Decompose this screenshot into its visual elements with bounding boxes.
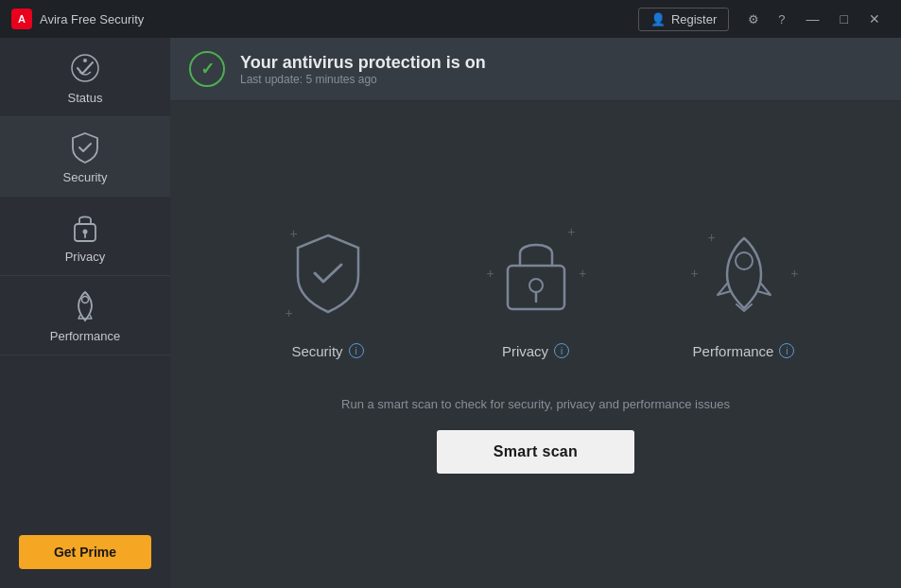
plus-decoration: +: [708, 230, 716, 245]
security-feature-icon-wrap: + +: [271, 216, 385, 330]
scan-description: Run a smart scan to check for security, …: [341, 397, 730, 411]
feature-performance[interactable]: + + +: [668, 216, 820, 359]
feature-security[interactable]: + + Security i: [252, 216, 404, 359]
plus-decoration: +: [487, 266, 494, 281]
feature-privacy[interactable]: + + + Privacy i: [460, 216, 612, 359]
features-area: + + Security i +: [170, 101, 901, 588]
performance-feature-icon-wrap: + + +: [687, 216, 801, 330]
app-body: Status Security Privacy: [0, 38, 901, 588]
title-bar: A Avira Free Security 👤 Register ⚙ ? — □…: [0, 0, 901, 38]
minimize-button[interactable]: —: [797, 8, 829, 30]
security-feature-label: Security i: [291, 343, 363, 359]
security-icon: [68, 130, 102, 164]
status-subtitle: Last update: 5 minutes ago: [240, 73, 486, 86]
svg-text:A: A: [18, 13, 26, 25]
privacy-info-icon[interactable]: i: [554, 343, 569, 358]
status-icon: [68, 51, 102, 85]
plus-decoration: +: [286, 305, 293, 320]
features-row: + + Security i +: [252, 216, 820, 359]
help-button[interactable]: ?: [771, 9, 792, 30]
sidebar-item-security-label: Security: [63, 170, 108, 184]
security-info-icon[interactable]: i: [349, 343, 364, 358]
sidebar-item-status[interactable]: Status: [0, 38, 170, 117]
plus-decoration: +: [567, 224, 575, 239]
svg-point-7: [82, 297, 89, 303]
sidebar-item-privacy[interactable]: Privacy: [0, 197, 170, 276]
svg-point-3: [83, 59, 87, 62]
performance-info-icon[interactable]: i: [779, 343, 794, 358]
privacy-feature-icon-wrap: + + +: [479, 216, 593, 330]
plus-decoration: +: [790, 266, 798, 281]
avira-logo: A: [11, 9, 32, 29]
smart-scan-button[interactable]: Smart scan: [437, 430, 634, 474]
privacy-feature-label: Privacy i: [502, 343, 569, 359]
svg-point-11: [736, 252, 753, 269]
performance-feature-label: Performance i: [693, 343, 795, 359]
sidebar-item-performance-label: Performance: [50, 329, 120, 343]
close-button[interactable]: ✕: [859, 8, 890, 30]
svg-point-9: [529, 279, 543, 292]
plus-decoration: +: [691, 266, 699, 281]
gear-icon: ⚙: [748, 12, 759, 26]
window-controls: — □ ✕: [797, 8, 890, 30]
register-button[interactable]: 👤 Register: [638, 8, 729, 31]
get-prime-button[interactable]: Get Prime: [19, 535, 151, 569]
checkmark-icon: ✓: [200, 59, 215, 79]
settings-button[interactable]: ⚙: [740, 9, 767, 30]
sidebar: Status Security Privacy: [0, 38, 170, 588]
sidebar-item-security[interactable]: Security: [0, 117, 170, 197]
main-content: ✓ Your antivirus protection is on Last u…: [170, 38, 901, 588]
sidebar-item-performance[interactable]: Performance: [0, 276, 170, 355]
sidebar-item-status-label: Status: [68, 91, 103, 105]
sidebar-item-privacy-label: Privacy: [65, 250, 106, 264]
protection-status-circle: ✓: [189, 51, 225, 87]
title-bar-right: 👤 Register ⚙ ? — □ ✕: [638, 8, 890, 31]
privacy-icon: [68, 210, 102, 244]
status-text-group: Your antivirus protection is on Last upd…: [240, 53, 486, 86]
status-title: Your antivirus protection is on: [240, 53, 486, 73]
title-bar-left: A Avira Free Security: [11, 9, 144, 29]
plus-decoration: +: [290, 226, 298, 241]
maximize-button[interactable]: □: [831, 8, 858, 30]
app-title: Avira Free Security: [40, 12, 144, 26]
status-bar: ✓ Your antivirus protection is on Last u…: [170, 38, 901, 101]
help-icon: ?: [778, 12, 785, 26]
performance-icon: [68, 289, 102, 323]
user-icon: 👤: [650, 12, 666, 26]
plus-decoration: +: [579, 266, 586, 281]
